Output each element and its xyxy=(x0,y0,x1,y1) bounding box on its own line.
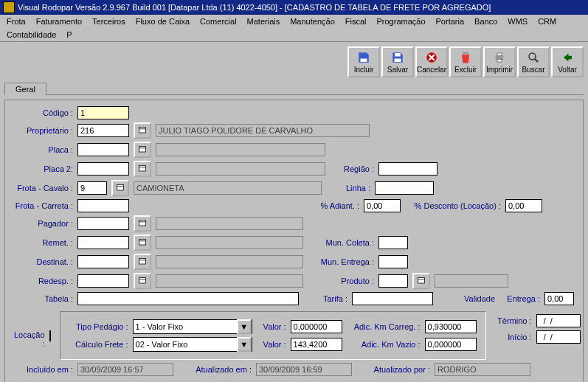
entrega-field[interactable] xyxy=(544,292,574,305)
menu-wms[interactable]: WMS xyxy=(504,16,531,27)
redesp-lookup[interactable] xyxy=(134,273,151,289)
menu-faturamento[interactable]: Faturamento xyxy=(32,16,86,27)
valor-frete-field[interactable] xyxy=(291,338,342,351)
menu-crm[interactable]: CRM xyxy=(534,16,560,27)
menu-materiais[interactable]: Materiais xyxy=(243,16,284,27)
redesp-display xyxy=(156,274,303,288)
label-adiant: % Adiant. : xyxy=(308,201,359,210)
destinat-field[interactable] xyxy=(77,255,129,268)
excluir-button[interactable]: Excluir xyxy=(449,46,482,77)
label-entrega: Entrega : xyxy=(499,294,540,303)
mun-coleta-field[interactable] xyxy=(378,236,408,249)
menu-terceiros[interactable]: Terceiros xyxy=(89,16,129,27)
menu-contabilidade[interactable]: Contabilidade xyxy=(3,29,60,40)
imprimir-button[interactable]: Imprimir xyxy=(483,46,516,77)
menu-programacao[interactable]: Programação xyxy=(373,16,429,27)
voltar-button[interactable]: Voltar xyxy=(551,46,584,77)
locacao-checkbox[interactable] xyxy=(49,330,51,341)
remet-display xyxy=(156,236,303,249)
svg-rect-1 xyxy=(395,58,401,62)
incluido-em-field xyxy=(77,363,173,376)
tabela-field[interactable] xyxy=(77,292,299,305)
label-placa2: Placa 2: xyxy=(14,164,73,173)
label-regiao: Região : xyxy=(330,164,374,173)
label-adic-km-vazio: Adic. Km Vazio : xyxy=(347,340,421,349)
menubar: Frota Faturamento Terceiros Fluxo de Cai… xyxy=(0,15,588,42)
produto-field[interactable] xyxy=(378,274,408,288)
calc-groupbox: Tipo Pedágio : 1 - Valor Fixo ▼ Valor : … xyxy=(60,311,486,360)
label-calculo-frete: Cálculo Frete : xyxy=(69,340,128,349)
placa-field[interactable] xyxy=(77,143,129,156)
placa2-display xyxy=(156,162,325,176)
frota-cavalo-field[interactable] xyxy=(77,181,107,195)
linha-field[interactable] xyxy=(375,181,434,195)
label-remet: Remet. : xyxy=(14,238,73,247)
tipo-pedagio-select[interactable]: 1 - Valor Fixo ▼ xyxy=(133,319,252,334)
placa2-lookup[interactable] xyxy=(134,161,151,177)
frota-carreta-field[interactable] xyxy=(77,199,129,212)
codigo-field[interactable] xyxy=(77,106,129,119)
menu-fiscal[interactable]: Fiscal xyxy=(342,16,370,27)
svg-rect-0 xyxy=(361,58,367,62)
label-locacao: Locação : xyxy=(14,330,45,348)
menu-banco[interactable]: Banco xyxy=(471,16,501,27)
label-valor-frete: Valor : xyxy=(257,340,286,349)
label-adic-km-carreg: Adic. Km Carreg. : xyxy=(347,322,421,331)
salvar-button[interactable]: Salvar xyxy=(381,46,414,77)
menu-frota[interactable]: Frota xyxy=(3,16,30,27)
placa2-field[interactable] xyxy=(77,162,129,176)
tabstrip: Geral xyxy=(4,82,584,95)
adic-km-vazio-field[interactable] xyxy=(425,338,477,351)
redesp-field[interactable] xyxy=(77,274,129,288)
app-icon xyxy=(3,1,15,13)
label-pagador: Pagador : xyxy=(14,219,73,228)
regiao-field[interactable] xyxy=(378,162,437,176)
menu-comercial[interactable]: Comercial xyxy=(196,16,241,27)
termino-field[interactable] xyxy=(536,314,581,327)
buscar-button[interactable]: Buscar xyxy=(517,46,550,77)
remet-lookup[interactable] xyxy=(134,235,151,251)
svg-rect-15 xyxy=(139,259,146,265)
valor-pedagio-field[interactable] xyxy=(291,320,342,333)
adic-km-carreg-field[interactable] xyxy=(425,320,477,333)
label-proprietario: Proprietário : xyxy=(14,126,73,135)
menu-fluxo[interactable]: Fluxo de Caixa xyxy=(132,16,193,27)
svg-point-8 xyxy=(529,53,536,60)
incluir-button[interactable]: Incluir xyxy=(347,46,380,77)
svg-rect-17 xyxy=(418,278,425,284)
placa-lookup[interactable] xyxy=(134,142,151,158)
destinat-lookup[interactable] xyxy=(134,254,151,270)
label-frota-cavalo: Frota - Cavalo : xyxy=(14,184,73,192)
proprietario-lookup[interactable] xyxy=(134,122,151,139)
menu-manutencao[interactable]: Manutenção xyxy=(286,16,339,27)
pagador-display xyxy=(156,217,303,230)
svg-rect-10 xyxy=(139,147,146,153)
atualizado-por-field xyxy=(435,363,530,376)
label-placa: Placa : xyxy=(14,145,73,154)
label-codigo: Código : xyxy=(14,108,73,117)
mun-entrega-field[interactable] xyxy=(378,255,408,268)
tarifa-field[interactable] xyxy=(352,292,433,305)
titlebar: Visual Rodopar Versão 2.9.967 Build 001 … xyxy=(0,0,588,15)
produto-lookup[interactable] xyxy=(412,273,430,289)
cancelar-button[interactable]: Cancelar xyxy=(415,46,448,77)
pagador-field[interactable] xyxy=(77,217,129,230)
toolbar: Incluir Salvar Cancelar Excluir Imprimir… xyxy=(4,46,584,77)
menu-more[interactable]: P xyxy=(63,29,75,40)
proprietario-field[interactable] xyxy=(77,124,129,137)
destinat-display xyxy=(156,255,303,268)
titlebar-text: Visual Rodopar Versão 2.9.967 Build 001 … xyxy=(18,3,491,12)
pagador-lookup[interactable] xyxy=(134,215,151,232)
svg-rect-7 xyxy=(497,59,502,62)
tab-geral[interactable]: Geral xyxy=(4,83,46,95)
frota-cavalo-lookup[interactable] xyxy=(111,180,129,196)
inicio-field[interactable] xyxy=(536,330,581,344)
desconto-field[interactable] xyxy=(505,199,542,212)
calculo-frete-select[interactable]: 02 - Valor Fixo ▼ xyxy=(133,337,252,352)
produto-display xyxy=(435,274,508,288)
menu-portaria[interactable]: Portaria xyxy=(432,16,468,27)
adiant-field[interactable] xyxy=(364,199,401,212)
label-validade: Validade xyxy=(464,294,495,303)
remet-field[interactable] xyxy=(77,236,129,249)
svg-rect-14 xyxy=(139,240,146,246)
